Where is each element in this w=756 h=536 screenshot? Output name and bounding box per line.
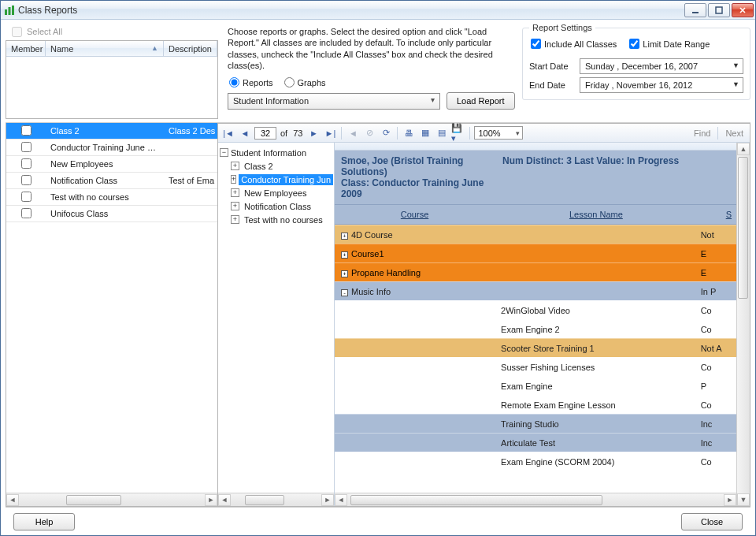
titlebar[interactable]: Class Reports bbox=[1, 1, 755, 20]
class-row[interactable]: Test with no courses bbox=[6, 189, 217, 206]
minimize-button[interactable] bbox=[684, 3, 706, 17]
page-input[interactable] bbox=[254, 127, 276, 140]
class-row[interactable]: New Employees bbox=[6, 156, 217, 173]
tree-item[interactable]: +Conductor Training Jun bbox=[220, 173, 332, 186]
svg-rect-2 bbox=[12, 6, 14, 15]
svg-rect-0 bbox=[5, 9, 7, 15]
row-toggle[interactable]: - bbox=[341, 289, 348, 296]
export-icon[interactable]: 💾▾ bbox=[451, 126, 465, 140]
report-row[interactable]: +Propane HandlingE bbox=[335, 262, 736, 281]
grid-header: Member Name▲ Description bbox=[6, 41, 217, 57]
row-name: Unifocus Class bbox=[46, 209, 164, 218]
report-row[interactable]: 2WinGlobal VideoCo bbox=[335, 300, 736, 319]
report-row[interactable]: Susser Fishing LicensesCo bbox=[335, 357, 736, 376]
row-name: New Employees bbox=[46, 159, 164, 169]
prev-page-icon[interactable]: ◄ bbox=[238, 126, 252, 140]
tree-item[interactable]: +Notification Class bbox=[220, 199, 332, 213]
group-left: Smoe, Joe (Bristol Training Solutions)Cl… bbox=[335, 151, 496, 204]
class-row[interactable]: Conductor Training June 2009 bbox=[6, 140, 217, 156]
sort-asc-icon: ▲ bbox=[151, 44, 158, 52]
report-row[interactable]: Exam Engine 2Co bbox=[335, 319, 736, 338]
class-grid: Member Name▲ Description bbox=[6, 40, 218, 119]
page-setup-icon[interactable]: ▤ bbox=[435, 126, 449, 140]
class-row[interactable]: Notification ClassTest of Ema bbox=[6, 173, 217, 189]
group-right: Num Distinct: 3 Last Value: In Progress bbox=[496, 151, 736, 204]
maximize-button[interactable] bbox=[708, 3, 730, 17]
report-row[interactable]: Scooter Store Training 1Not A bbox=[335, 338, 736, 357]
report-row[interactable]: Remote Exam Engine LessonCo bbox=[335, 395, 736, 414]
row-checkbox[interactable] bbox=[21, 208, 32, 218]
scroll-thumb[interactable] bbox=[66, 495, 121, 505]
class-row[interactable]: Unifocus Class bbox=[6, 206, 217, 222]
col-description[interactable]: Description bbox=[164, 41, 217, 56]
col-member[interactable]: Member bbox=[6, 41, 46, 56]
start-date-picker[interactable]: Sunday , December 16, 2007▼ bbox=[580, 58, 743, 74]
print-layout-icon[interactable]: ▦ bbox=[418, 126, 432, 140]
row-checkbox[interactable] bbox=[21, 158, 32, 169]
class-grid-body: Class 2Class 2 DesConductor Training Jun… bbox=[6, 123, 218, 507]
report-col-header: Course Lesson Name S bbox=[335, 205, 736, 225]
report-row[interactable]: Articulate TestInc bbox=[335, 433, 736, 452]
svg-rect-1 bbox=[9, 7, 11, 15]
graphs-radio[interactable]: Graphs bbox=[284, 77, 326, 87]
window-title: Class Reports bbox=[18, 5, 683, 16]
scroll-left-icon[interactable]: ◄ bbox=[6, 494, 19, 506]
instruction-text: Choose reports or graphs. Select the des… bbox=[228, 23, 516, 76]
help-button[interactable]: Help bbox=[13, 513, 75, 530]
total-pages: 73 bbox=[291, 128, 304, 138]
report-row[interactable]: Exam EngineP bbox=[335, 376, 736, 395]
next-page-icon[interactable]: ► bbox=[306, 126, 321, 140]
report-row[interactable]: +4D CourseNot bbox=[335, 225, 736, 244]
row-checkbox[interactable] bbox=[21, 142, 32, 152]
end-date-picker[interactable]: Friday , November 16, 2012▼ bbox=[580, 77, 743, 93]
tree-item[interactable]: +Test with no courses bbox=[220, 213, 332, 226]
include-all-checkbox[interactable]: Include All Classes bbox=[531, 39, 617, 49]
select-all-label: Select All bbox=[27, 27, 62, 36]
row-checkbox[interactable] bbox=[21, 175, 32, 185]
report-row[interactable]: -Music InfoIn P bbox=[335, 281, 736, 300]
report-type-combo[interactable]: Student Information bbox=[228, 93, 440, 110]
zoom-combo[interactable]: 100% bbox=[474, 126, 523, 140]
window: Class Reports Select All Member Name▲ De… bbox=[0, 0, 756, 536]
grid-hscroll[interactable]: ◄ ► bbox=[6, 493, 217, 506]
row-name: Class 2 bbox=[46, 126, 164, 136]
svg-rect-3 bbox=[692, 12, 699, 13]
app-icon bbox=[4, 5, 15, 16]
close-button[interactable] bbox=[732, 3, 754, 17]
select-all-checkbox[interactable] bbox=[12, 27, 22, 37]
tree-root[interactable]: −Student Information bbox=[220, 146, 332, 159]
reports-radio[interactable]: Reports bbox=[229, 77, 273, 87]
first-page-icon[interactable]: |◄ bbox=[221, 126, 235, 140]
refresh-icon[interactable]: ⟳ bbox=[379, 126, 393, 140]
row-toggle[interactable]: + bbox=[341, 233, 348, 240]
row-checkbox[interactable] bbox=[21, 192, 32, 202]
limit-date-checkbox[interactable]: Limit Date Range bbox=[629, 39, 710, 49]
find-link[interactable]: Find bbox=[691, 128, 713, 138]
tree-hscroll[interactable]: ◄► bbox=[218, 493, 334, 506]
print-icon[interactable]: 🖶 bbox=[402, 126, 416, 140]
col-name[interactable]: Name▲ bbox=[46, 41, 164, 56]
report-hscroll[interactable]: ◄► bbox=[335, 493, 736, 506]
report-row[interactable]: +Course1E bbox=[335, 244, 736, 262]
footer: Help Close bbox=[6, 507, 750, 535]
last-page-icon[interactable]: ►| bbox=[323, 126, 337, 140]
report-area: Smoe, Joe (Bristol Training Solutions)Cl… bbox=[335, 143, 736, 506]
close-button-footer[interactable]: Close bbox=[681, 513, 743, 530]
row-checkbox[interactable] bbox=[21, 125, 32, 136]
of-label: of bbox=[279, 128, 289, 138]
report-viewer: |◄ ◄ of 73 ► ►| ◄ ⊘ ⟳ 🖶 ▦ ▤ 💾▾ bbox=[218, 123, 750, 507]
row-toggle[interactable]: + bbox=[341, 251, 348, 259]
next-link[interactable]: Next bbox=[722, 128, 747, 138]
tree-item[interactable]: +Class 2 bbox=[220, 159, 332, 173]
class-row[interactable]: Class 2Class 2 Des bbox=[6, 123, 217, 140]
tree-item[interactable]: +New Employees bbox=[220, 186, 332, 199]
report-settings-group: Report Settings Include All Classes Limi… bbox=[522, 23, 750, 100]
svg-rect-4 bbox=[716, 7, 722, 13]
row-desc: Class 2 Des bbox=[164, 126, 217, 136]
report-row[interactable]: Exam Engine (SCORM 2004)Co bbox=[335, 452, 736, 471]
report-vscroll[interactable]: ▲ ▼ bbox=[736, 143, 750, 506]
scroll-right-icon[interactable]: ► bbox=[205, 494, 217, 506]
row-toggle[interactable]: + bbox=[341, 270, 348, 277]
report-row[interactable]: Training StudioInc bbox=[335, 414, 736, 433]
load-report-button[interactable]: Load Report bbox=[447, 92, 515, 110]
